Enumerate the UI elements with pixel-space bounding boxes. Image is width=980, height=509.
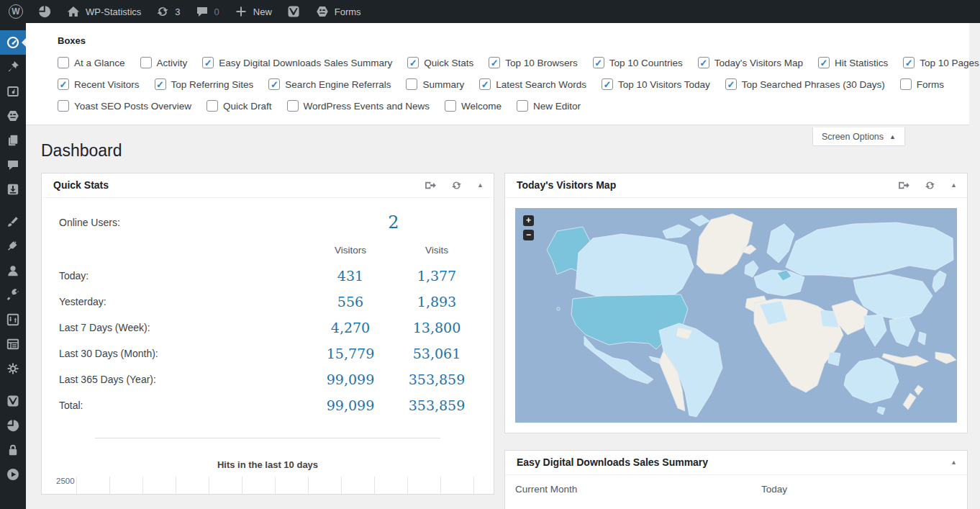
stat-label: Today:	[59, 270, 307, 281]
screen-option-edd-sales-summary[interactable]: Easy Digital Downloads Sales Summary	[202, 57, 392, 68]
checkbox[interactable]	[287, 100, 299, 112]
world-map[interactable]: + −	[515, 208, 957, 423]
sidebar-item-dashboard[interactable]	[0, 30, 26, 55]
sidebar-item-forms[interactable]	[0, 104, 26, 128]
checkbox[interactable]	[479, 78, 491, 90]
checkbox[interactable]	[58, 78, 69, 90]
checkbox[interactable]	[202, 57, 214, 68]
checkbox[interactable]	[517, 100, 528, 112]
screen-option-top-searched-phrases[interactable]: Top Searched Phrases (30 Days)	[725, 78, 885, 90]
screen-option-top-10-pages[interactable]: Top 10 Pages	[903, 57, 979, 68]
checkbox-label: New Editor	[533, 101, 581, 112]
checkbox-label: Easy Digital Downloads Sales Summary	[219, 58, 392, 68]
checkbox[interactable]	[406, 78, 417, 90]
yoast-adminbar-item[interactable]	[279, 0, 308, 23]
sidebar-item-security[interactable]	[0, 438, 26, 462]
screen-option-quick-draft[interactable]: Quick Draft	[207, 100, 272, 112]
new-content-menu[interactable]: New	[227, 0, 279, 23]
checkbox[interactable]	[903, 57, 915, 68]
checkbox[interactable]	[58, 57, 69, 68]
stat-visitors: 556	[307, 294, 394, 310]
screen-option-top-10-countries[interactable]: Top 10 Countries	[593, 57, 683, 68]
screen-option-at-a-glance[interactable]: At a Glance	[58, 57, 125, 68]
checkbox[interactable]	[602, 78, 613, 90]
wp-statistics-adminbar-item[interactable]	[30, 0, 59, 23]
home-icon	[66, 4, 81, 19]
stat-visitors: 15,779	[307, 346, 394, 361]
screen-option-latest-search-words[interactable]: Latest Search Words	[479, 78, 586, 90]
sidebar-item-media[interactable]	[0, 79, 26, 104]
checkbox[interactable]	[268, 78, 280, 90]
checkbox[interactable]	[155, 78, 166, 90]
stat-visitors: 99,099	[307, 371, 394, 387]
sidebar-item-video[interactable]	[0, 462, 26, 487]
screen-option-yoast-seo-posts-overview[interactable]: Yoast SEO Posts Overview	[58, 100, 191, 112]
sidebar-item-options[interactable]	[0, 356, 26, 381]
quick-stats-widget: Quick Stats ▲ Online Users: 2 Visitors V…	[41, 173, 494, 495]
screen-option-forms[interactable]: Forms	[900, 78, 944, 90]
export-icon[interactable]	[424, 179, 436, 192]
checkbox-label: Top Referring Sites	[171, 79, 254, 90]
play-icon	[6, 467, 20, 482]
sidebar-item-downloads[interactable]	[0, 177, 26, 202]
screen-option-hit-statistics[interactable]: Hit Statistics	[818, 57, 888, 68]
zoom-in-button[interactable]: +	[523, 215, 534, 226]
checkbox[interactable]	[593, 57, 604, 68]
wordpress-menu[interactable]: W	[1, 0, 30, 23]
checkbox-label: WordPress Events and News	[304, 101, 430, 112]
plus-icon	[234, 4, 248, 19]
sidebar-item-statistics[interactable]	[0, 413, 26, 438]
visitors-map-header: Today's Visitors Map ▲	[505, 174, 967, 198]
screen-option-todays-visitors-map[interactable]: Today's Visitors Map	[698, 57, 803, 68]
screen-option-top-10-visitors-today[interactable]: Top 10 Visitors Today	[602, 78, 710, 90]
checkbox[interactable]	[58, 100, 69, 112]
screen-option-new-editor[interactable]: New Editor	[517, 100, 581, 112]
collapse-icon[interactable]: ▲	[477, 181, 484, 189]
sidebar-item-pages[interactable]	[0, 128, 26, 153]
sidebar-item-posts[interactable]	[0, 55, 26, 79]
checkbox[interactable]	[445, 100, 456, 112]
screen-option-activity[interactable]: Activity	[140, 57, 188, 68]
collapse-icon[interactable]: ▲	[950, 459, 957, 466]
forms-adminbar-item[interactable]: Forms	[308, 0, 368, 23]
checkbox[interactable]	[407, 57, 419, 68]
screen-option-welcome[interactable]: Welcome	[445, 100, 502, 112]
sidebar-item-plugins[interactable]	[0, 234, 26, 258]
edd-sales-summary-widget: Easy Digital Downloads Sales Summary ▲ C…	[504, 450, 968, 509]
screen-option-quick-stats[interactable]: Quick Stats	[407, 57, 473, 68]
sidebar-item-comments[interactable]	[0, 153, 26, 177]
comments-indicator[interactable]: 0	[188, 0, 227, 23]
wrench-icon	[6, 288, 20, 302]
sidebar-item-appearance[interactable]	[0, 210, 26, 234]
sidebar-item-entries[interactable]	[0, 332, 26, 356]
screen-options-tab[interactable]: Screen Options ▲	[812, 127, 905, 146]
checkbox[interactable]	[140, 57, 152, 68]
visitors-column-header: Visitors	[307, 245, 394, 256]
screen-option-top-10-browsers[interactable]: Top 10 Browsers	[489, 57, 578, 68]
checkbox[interactable]	[818, 57, 830, 68]
checkbox[interactable]	[725, 78, 737, 90]
checkbox[interactable]	[698, 57, 709, 68]
screen-option-search-engine-referrals[interactable]: Search Engine Referrals	[268, 78, 391, 90]
sidebar-item-yoast[interactable]	[0, 389, 26, 413]
refresh-icon[interactable]	[924, 179, 936, 192]
screen-option-wordpress-events-news[interactable]: WordPress Events and News	[287, 100, 430, 112]
sidebar-item-tools[interactable]	[0, 283, 26, 307]
refresh-icon[interactable]	[450, 179, 463, 192]
sidebar-item-users[interactable]	[0, 258, 26, 283]
collapse-icon[interactable]: ▲	[950, 181, 957, 189]
checkbox[interactable]	[489, 57, 500, 68]
screen-option-summary[interactable]: Summary	[406, 78, 464, 90]
screen-option-top-referring-sites[interactable]: Top Referring Sites	[155, 78, 254, 90]
sidebar-item-settings[interactable]	[0, 307, 26, 332]
screen-option-recent-visitors[interactable]: Recent Visitors	[58, 78, 140, 90]
stats-row-today: Today: 431 1,377	[42, 263, 494, 289]
gear-icon	[6, 361, 20, 376]
export-icon[interactable]	[897, 179, 909, 192]
site-link[interactable]: WP-Statistics	[59, 0, 148, 23]
today-label: Today	[761, 484, 787, 495]
updates-indicator[interactable]: 3	[148, 0, 187, 23]
checkbox[interactable]	[207, 100, 218, 112]
zoom-out-button[interactable]: −	[523, 230, 534, 240]
checkbox[interactable]	[900, 78, 912, 90]
